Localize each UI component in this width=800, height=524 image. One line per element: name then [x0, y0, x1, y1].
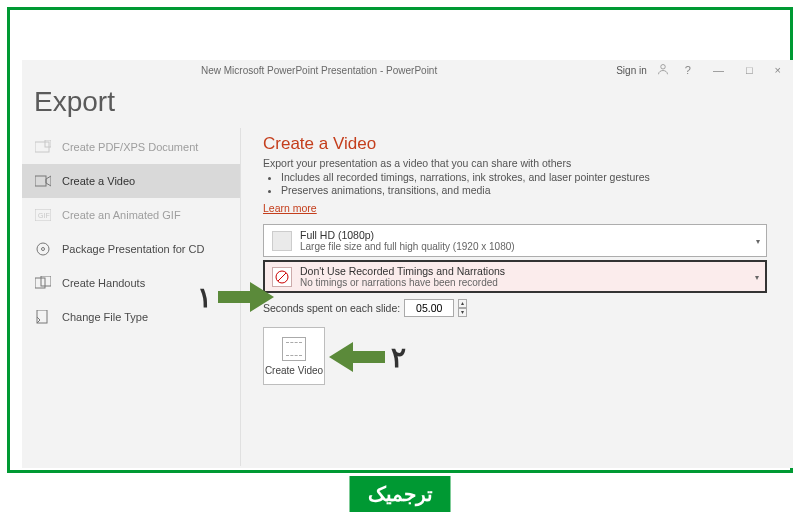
- sidebar-item-package-cd[interactable]: Package Presentation for CD: [22, 232, 240, 266]
- minimize-button[interactable]: —: [707, 64, 730, 76]
- svg-rect-3: [35, 176, 46, 186]
- sidebar-item-animated-gif[interactable]: GIF Create an Animated GIF: [22, 198, 240, 232]
- sidebar-item-label: Create an Animated GIF: [62, 209, 181, 221]
- video-icon: [34, 173, 52, 189]
- sidebar-item-label: Package Presentation for CD: [62, 243, 204, 255]
- arrow-left-icon: [329, 340, 385, 374]
- pane-heading: Create a Video: [263, 134, 767, 154]
- chevron-down-icon: ▾: [756, 236, 760, 245]
- pane-subtitle: Export your presentation as a video that…: [263, 157, 767, 169]
- svg-point-0: [661, 65, 666, 70]
- signin-link[interactable]: Sign in: [616, 65, 647, 76]
- chevron-down-icon: ▾: [755, 272, 759, 281]
- export-pane: Create a Video Export your presentation …: [240, 128, 793, 466]
- create-video-button[interactable]: Create Video: [263, 327, 325, 385]
- change-file-type-icon: [34, 309, 52, 325]
- powerpoint-window: New Microsoft PowerPoint Presentation - …: [22, 60, 793, 468]
- pdf-xps-icon: [34, 139, 52, 155]
- seconds-per-slide-row: Seconds spent on each slide: ▴ ▾: [263, 299, 767, 317]
- seconds-spinner[interactable]: ▴ ▾: [458, 299, 467, 317]
- film-icon: [282, 337, 306, 361]
- screenshot-frame: New Microsoft PowerPoint Presentation - …: [7, 7, 793, 473]
- page-title: Export: [22, 80, 793, 128]
- quality-line2: Large file size and full high quality (1…: [300, 241, 515, 252]
- sidebar-item-label: Create Handouts: [62, 277, 145, 289]
- video-quality-dropdown[interactable]: Full HD (1080p) Large file size and full…: [263, 224, 767, 257]
- feature-list: Includes all recorded timings, narration…: [281, 171, 767, 196]
- close-button[interactable]: ×: [769, 64, 787, 76]
- svg-point-7: [42, 248, 45, 251]
- sidebar-item-pdf-xps[interactable]: Create PDF/XPS Document: [22, 130, 240, 164]
- create-video-button-label: Create Video: [265, 365, 323, 376]
- seconds-input[interactable]: [404, 299, 454, 317]
- annotation-arrow-2: ٢: [329, 340, 412, 374]
- titlebar: New Microsoft PowerPoint Presentation - …: [22, 60, 793, 80]
- svg-rect-2: [45, 140, 51, 147]
- sidebar-item-create-video[interactable]: Create a Video: [22, 164, 240, 198]
- annotation-number-2: ٢: [391, 341, 406, 374]
- document-title: New Microsoft PowerPoint Presentation - …: [22, 65, 616, 76]
- titlebar-right: Sign in ? — □ ×: [616, 63, 787, 77]
- account-icon[interactable]: [657, 63, 669, 77]
- brand-badge: ترجمیک: [350, 476, 451, 512]
- feature-item: Includes all recorded timings, narration…: [281, 171, 767, 183]
- spinner-down-icon[interactable]: ▾: [458, 308, 467, 317]
- gif-icon: GIF: [34, 207, 52, 223]
- spinner-up-icon[interactable]: ▴: [458, 299, 467, 308]
- handouts-icon: [34, 275, 52, 291]
- export-body: Create PDF/XPS Document Create a Video G…: [22, 128, 793, 466]
- feature-item: Preserves animations, transitions, and m…: [281, 184, 767, 196]
- sidebar-item-label: Change File Type: [62, 311, 148, 323]
- timings-line2: No timings or narrations have been recor…: [300, 277, 505, 288]
- learn-more-link[interactable]: Learn more: [263, 202, 317, 214]
- monitor-icon: [272, 231, 292, 251]
- timings-dropdown[interactable]: Don't Use Recorded Timings and Narration…: [263, 260, 767, 293]
- cd-icon: [34, 241, 52, 257]
- sidebar-item-label: Create a Video: [62, 175, 135, 187]
- arrow-right-icon: [218, 280, 274, 314]
- svg-line-12: [278, 273, 286, 281]
- timings-line1: Don't Use Recorded Timings and Narration…: [300, 265, 505, 277]
- options-icon[interactable]: ?: [679, 64, 697, 76]
- quality-line1: Full HD (1080p): [300, 229, 515, 241]
- seconds-label: Seconds spent on each slide:: [263, 302, 400, 314]
- maximize-button[interactable]: □: [740, 64, 759, 76]
- svg-text:GIF: GIF: [38, 212, 50, 219]
- svg-point-6: [37, 243, 49, 255]
- sidebar-item-label: Create PDF/XPS Document: [62, 141, 198, 153]
- annotation-arrow-1: ١: [191, 280, 274, 314]
- no-timings-icon: [272, 267, 292, 287]
- annotation-number-1: ١: [197, 281, 212, 314]
